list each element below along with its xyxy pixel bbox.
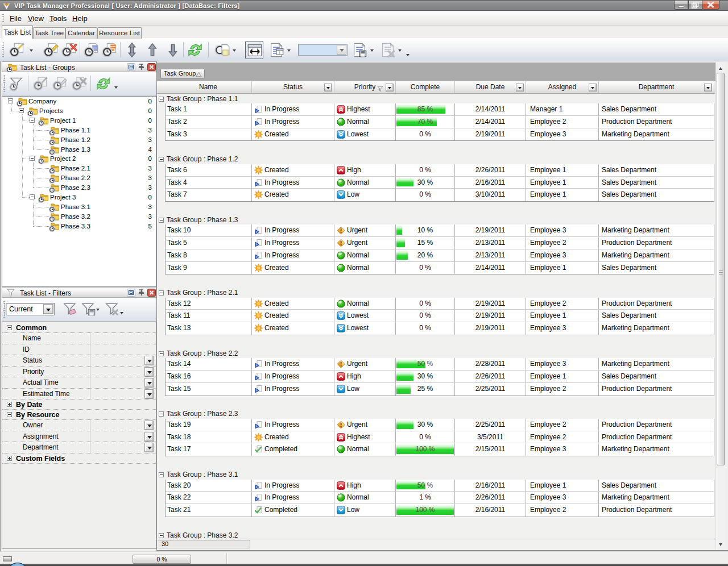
group-collapse-icon[interactable] bbox=[159, 533, 164, 538]
tree-item-phase-3.1[interactable]: Phase 3.13 bbox=[2, 202, 156, 212]
tree-item-phase-3.3[interactable]: Phase 3.35 bbox=[2, 222, 156, 231]
toolbar-customize-columns-dropdown-icon[interactable] bbox=[286, 41, 293, 59]
tab-calendar[interactable]: Calendar bbox=[65, 27, 97, 39]
filter-row-department[interactable]: Department bbox=[2, 442, 156, 453]
tree-item-projects[interactable]: Projects0 bbox=[2, 106, 156, 116]
tree-expand-icon[interactable] bbox=[8, 98, 13, 103]
toolbar-save-view-dropdown-icon[interactable] bbox=[369, 41, 376, 59]
task-row[interactable]: Task 5In ProgressUrgent15 %2/13/2011Empl… bbox=[166, 237, 714, 249]
column-filter-dropdown-icon[interactable] bbox=[324, 84, 332, 91]
toolbar-move-down-button[interactable] bbox=[164, 41, 182, 59]
group-collapse-icon[interactable] bbox=[159, 218, 164, 223]
close-button[interactable] bbox=[702, 1, 719, 10]
column-filter-dropdown-icon[interactable] bbox=[516, 84, 524, 91]
group-collapse-icon[interactable] bbox=[159, 97, 164, 102]
tab-task-tree[interactable]: Task Tree bbox=[33, 27, 65, 39]
tree-item-phase-2.2[interactable]: Phase 2.23 bbox=[2, 173, 156, 183]
group-header-row[interactable]: Task Group : Phase 1.3 bbox=[157, 216, 716, 225]
menu-help[interactable]: Help bbox=[68, 13, 92, 24]
toolbar-new-task-button[interactable] bbox=[8, 41, 26, 59]
task-row[interactable]: Task 14In ProgressUrgent50 %2/28/2011Emp… bbox=[166, 358, 714, 371]
restore-button[interactable] bbox=[688, 1, 702, 10]
groups-toolbar-delete-group-button[interactable] bbox=[70, 74, 88, 93]
filter-preset-combobox[interactable]: Current bbox=[6, 303, 55, 315]
group-header-row[interactable]: Task Group : Phase 3.2 bbox=[157, 531, 716, 539]
task-row[interactable]: Task 19In ProgressUrgent30 %2/25/2011Emp… bbox=[166, 419, 714, 431]
groups-toolbar-filter-group-button[interactable] bbox=[7, 74, 26, 93]
group-collapse-icon[interactable] bbox=[159, 290, 164, 296]
column-header-due-date[interactable]: Due Date bbox=[455, 81, 526, 93]
group-collapse-icon[interactable] bbox=[159, 411, 164, 417]
filter-section-expand-icon[interactable] bbox=[7, 402, 12, 407]
filter-dropdown-icon[interactable] bbox=[144, 421, 154, 430]
column-header-name[interactable]: Name bbox=[165, 81, 252, 93]
filter-row-status[interactable]: Status bbox=[2, 355, 156, 367]
task-row[interactable]: Task 11CreatedLowest0 %2/19/2011Employee… bbox=[166, 310, 714, 322]
group-header-row[interactable]: Task Group : Phase 3.1 bbox=[157, 471, 716, 480]
group-header-row[interactable]: Task Group : Phase 1.1 bbox=[157, 95, 716, 104]
column-header-department[interactable]: Department bbox=[599, 81, 714, 93]
task-row[interactable]: Task 10In ProgressUrgent10 %2/19/2011Emp… bbox=[166, 224, 714, 237]
group-header-row[interactable]: Task Group : Phase 2.2 bbox=[157, 349, 716, 359]
toolbar-save-view-button[interactable] bbox=[350, 41, 369, 59]
group-header-row[interactable]: Task Group : Phase 2.1 bbox=[157, 289, 716, 298]
tree-expand-icon[interactable] bbox=[19, 108, 24, 113]
column-header-priority[interactable]: Priority bbox=[334, 81, 396, 93]
toolbar-refresh-button[interactable] bbox=[186, 41, 204, 59]
toolbar-expand-collapse-button[interactable] bbox=[123, 41, 141, 59]
task-row[interactable]: Task 8In ProgressNormal20 %2/13/2011Empl… bbox=[166, 249, 714, 262]
toolbar-delete-task-button[interactable] bbox=[60, 41, 78, 59]
task-row[interactable]: Task 12CreatedNormal0 %2/19/2011Employee… bbox=[166, 298, 714, 310]
group-by-button[interactable]: Task Group bbox=[160, 69, 205, 78]
task-row[interactable]: Task 22In ProgressNormal1 %2/26/2011Empl… bbox=[166, 492, 714, 504]
tree-item-project-2[interactable]: Project 20 bbox=[2, 154, 156, 164]
column-header-complete[interactable]: Complete bbox=[396, 81, 455, 93]
toolbar-send-note-dropdown-icon[interactable] bbox=[231, 41, 238, 59]
column-filter-dropdown-icon[interactable] bbox=[704, 84, 712, 91]
task-row[interactable]: Task 7CreatedLow0 %3/10/2011Employee 1Sa… bbox=[166, 189, 714, 201]
filter-dropdown-icon[interactable] bbox=[144, 389, 154, 399]
filter-row-priority[interactable]: Priority bbox=[2, 367, 156, 378]
tree-expand-icon[interactable] bbox=[30, 118, 35, 123]
groups-toolbar-edit-group-button[interactable] bbox=[51, 74, 69, 93]
scroll-down-icon[interactable] bbox=[716, 539, 726, 549]
chevron-down-icon[interactable] bbox=[43, 304, 53, 314]
task-row[interactable]: Task 21CompletedLow100 %2/16/2011Employe… bbox=[166, 504, 714, 517]
chevron-down-icon[interactable] bbox=[337, 45, 346, 55]
filter-section-expand-icon[interactable] bbox=[7, 325, 12, 330]
filter-row-estimated-time[interactable]: Estimated Time bbox=[2, 389, 156, 400]
toolbar-fit-columns-button[interactable] bbox=[245, 41, 263, 59]
filter-row-owner[interactable]: Owner bbox=[2, 420, 156, 431]
scroll-up-icon[interactable] bbox=[716, 62, 726, 72]
toolbar-task-list-copy-button[interactable] bbox=[82, 41, 101, 59]
task-row[interactable]: Task 1In ProgressHighest85 %2/14/2011Man… bbox=[166, 103, 714, 116]
filter-row-assignment[interactable]: Assignment bbox=[2, 431, 156, 443]
column-filter-dropdown-icon[interactable] bbox=[386, 84, 394, 91]
task-row[interactable]: Task 9CreatedNormal0 %2/14/2011Employee … bbox=[166, 262, 714, 274]
panel-restore-icon[interactable] bbox=[127, 289, 135, 297]
filter-dropdown-icon[interactable] bbox=[144, 356, 154, 365]
filter-section-expand-icon[interactable] bbox=[7, 456, 12, 461]
menu-view[interactable]: View bbox=[24, 13, 48, 24]
tree-item-phase-1.1[interactable]: Phase 1.13 bbox=[2, 126, 156, 135]
task-row[interactable]: Task 15In ProgressLow25 %2/25/2011Employ… bbox=[166, 383, 714, 396]
minimize-button[interactable] bbox=[674, 1, 688, 10]
menu-tools[interactable]: Tools bbox=[46, 13, 71, 24]
filters-toolbar-clear-filter-button[interactable] bbox=[61, 300, 79, 318]
tree-expand-icon[interactable] bbox=[30, 194, 35, 199]
task-row[interactable]: Task 17CompletedNormal100 %2/15/2011Empl… bbox=[166, 443, 714, 456]
task-row[interactable]: Task 18CreatedHighest0 %3/5/2011Employee… bbox=[166, 431, 714, 444]
toolbar-customize-columns-button[interactable] bbox=[267, 41, 286, 59]
tree-expand-icon[interactable] bbox=[30, 156, 35, 161]
column-header-status[interactable]: Status bbox=[252, 81, 334, 93]
tree-item-phase-2.1[interactable]: Phase 2.13 bbox=[2, 164, 156, 173]
group-collapse-icon[interactable] bbox=[159, 472, 164, 477]
task-row[interactable]: Task 3CreatedLowest0 %2/19/2011Employee … bbox=[166, 128, 714, 141]
toolbar-delete-view-dropdown-icon[interactable] bbox=[397, 41, 404, 59]
filter-dropdown-icon[interactable] bbox=[144, 378, 154, 388]
panel-close-icon[interactable] bbox=[147, 63, 156, 71]
panel-pin-icon[interactable] bbox=[137, 63, 146, 71]
toolbar-task-import-button[interactable] bbox=[101, 41, 119, 59]
groups-toolbar-more-icon[interactable] bbox=[113, 78, 120, 96]
tree-item-phase-1.3[interactable]: Phase 1.34 bbox=[2, 145, 156, 155]
